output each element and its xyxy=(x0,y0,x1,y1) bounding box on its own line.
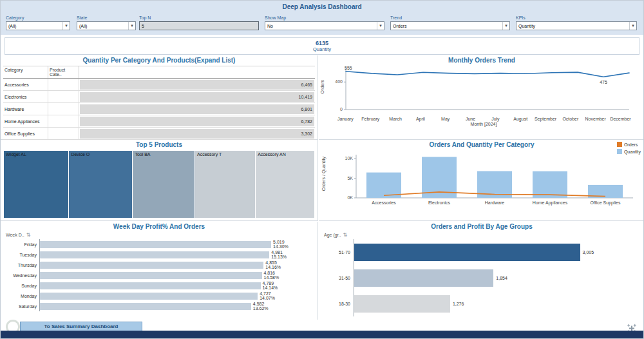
hbar-chart: Friday5,01914.30%Tuesday4,98115.13%Thurs… xyxy=(1,239,317,311)
category-cell[interactable]: Home Appliances xyxy=(3,115,48,127)
orders-bar[interactable] xyxy=(40,293,258,300)
weekday-row: Thursday4,85514.16% xyxy=(6,260,312,270)
orders-bar[interactable] xyxy=(40,262,263,269)
table-row: Office Supplies3,302 xyxy=(3,128,315,140)
column-header-product-category[interactable]: Product Cate.. xyxy=(48,66,79,78)
chevron-down-icon: ▾ xyxy=(502,22,509,30)
orders-value: 4,816 xyxy=(264,271,279,275)
treemap-tile-label: Widget AL xyxy=(6,152,26,157)
quantity-bar[interactable] xyxy=(366,173,401,198)
page-title: Deep Analysis Dashboard xyxy=(1,1,643,10)
filter-category-dropdown[interactable]: (All)▾ xyxy=(6,21,70,30)
filter-top_n: Top N5 xyxy=(139,15,259,30)
orders-value: 1,854 xyxy=(496,276,507,280)
orders-bar[interactable] xyxy=(40,272,262,279)
filter-top_n-input[interactable]: 5 xyxy=(139,21,259,30)
sales-summary-nav-button[interactable]: To Sales Summary Dashboard xyxy=(20,322,142,331)
orders-value: 1,276 xyxy=(453,302,464,306)
product-expand-cell[interactable] xyxy=(48,103,79,115)
filter-label: Trend xyxy=(390,15,510,20)
panel-title: Top 5 Products xyxy=(1,140,317,150)
quantity-value: 10,419 xyxy=(299,95,314,99)
panel-title: Week Day Profit% And Orders xyxy=(1,222,317,232)
orders-value: 4,981 xyxy=(271,250,287,255)
product-expand-cell[interactable] xyxy=(48,115,79,127)
top-bar: Deep Analysis Dashboard Category(All)▾St… xyxy=(1,1,643,35)
product-expand-cell[interactable] xyxy=(48,91,79,102)
filter-kpis-dropdown[interactable]: Quantity▾ xyxy=(516,21,637,30)
weekday-label: Saturday xyxy=(6,304,39,309)
filter-state-dropdown[interactable]: (All)▾ xyxy=(77,21,136,30)
y-axis-label: Orders xyxy=(320,80,325,93)
treemap-tile[interactable]: Accessory AN xyxy=(256,151,314,218)
orders-bar[interactable] xyxy=(40,282,261,289)
field-label: Week D.. xyxy=(6,233,24,237)
hbar-chart: 51-703,00531-501,85418-301,276 xyxy=(319,239,644,316)
treemap-chart: Widget ALDevice OTool BAAccessory TAcces… xyxy=(4,151,314,218)
filter-trend: TrendOrders▾ xyxy=(390,15,510,30)
quantity-bar[interactable]: 6,782 xyxy=(80,117,314,126)
quantity-bar[interactable]: 10,419 xyxy=(80,92,314,102)
panel-orders-profit-age-groups: Orders and Profit By Age Groups Age (gr.… xyxy=(319,222,644,320)
panel-title: Quantity Per Category And Products(Expan… xyxy=(1,55,317,66)
profit-percent: 14.07% xyxy=(260,296,275,300)
orders-value: 5,019 xyxy=(273,240,289,244)
orders-bar[interactable] xyxy=(354,269,493,287)
treemap-tile[interactable]: Accessory T xyxy=(195,151,255,218)
orders-bar[interactable] xyxy=(40,303,251,310)
treemap-tile[interactable]: Widget AL xyxy=(4,151,68,218)
panel-weekday-profit-orders: Week Day Profit% And Orders Week D.. ⇅ F… xyxy=(1,222,318,320)
column-header-category[interactable]: Category xyxy=(3,66,48,78)
filter-label: KPIs xyxy=(516,15,637,20)
treemap-tile[interactable]: Tool BA xyxy=(133,151,194,218)
month-label: August xyxy=(508,117,533,121)
month-label: February xyxy=(358,117,383,121)
category-label: Hardware xyxy=(485,200,504,205)
profit-percent: 15.13% xyxy=(271,255,287,259)
category-cell[interactable]: Hardware xyxy=(3,103,48,115)
treemap-tile-label: Accessory AN xyxy=(258,152,286,157)
treemap-tile[interactable]: Device O xyxy=(69,151,132,218)
y-axis-label: Orders / Quantity xyxy=(321,157,326,191)
orders-bar[interactable] xyxy=(40,241,271,248)
category-label: Accessories xyxy=(372,200,396,205)
sort-icon[interactable]: ⇅ xyxy=(26,232,31,238)
product-expand-cell[interactable] xyxy=(48,128,79,139)
age-row: 31-501,854 xyxy=(324,265,639,291)
quantity-bar[interactable] xyxy=(533,171,567,198)
age-row: 51-703,005 xyxy=(324,239,639,265)
orders-trend-line[interactable] xyxy=(346,72,629,77)
panel-title: Orders And Quantity Per Category xyxy=(319,140,644,150)
chevron-down-icon: ▾ xyxy=(629,22,636,30)
quantity-value: 6,782 xyxy=(301,119,314,124)
legend-item-quantity[interactable]: Quantity xyxy=(617,149,641,154)
filter-label: Top N xyxy=(139,15,259,20)
product-expand-cell[interactable] xyxy=(48,79,79,90)
filter-show_map-dropdown[interactable]: No▾ xyxy=(265,21,384,30)
y-tick-label: 10K xyxy=(345,156,354,160)
x-axis-title: Month [2024] xyxy=(328,122,639,126)
filter-trend-dropdown[interactable]: Orders▾ xyxy=(390,21,510,30)
table-row: Home Appliances6,782 xyxy=(3,115,315,128)
category-cell[interactable]: Electronics xyxy=(3,91,48,102)
panel-top-products: Top 5 Products Widget ALDevice OTool BAA… xyxy=(1,140,318,221)
orders-bar[interactable] xyxy=(40,251,269,258)
line-chart-canvas: 0400555475 xyxy=(328,66,636,116)
quantity-bar[interactable]: 6,801 xyxy=(80,104,314,114)
orders-value: 4,582 xyxy=(253,302,269,306)
category-cell[interactable]: Office Supplies xyxy=(3,128,48,139)
legend-item-orders[interactable]: Orders xyxy=(617,142,641,147)
dashboard-root: Deep Analysis Dashboard Category(All)▾St… xyxy=(0,0,644,339)
profit-percent: 14.14% xyxy=(263,286,278,290)
category-cell[interactable]: Accessories xyxy=(3,79,48,90)
orders-bar[interactable] xyxy=(354,295,450,313)
panel-title: Orders and Profit By Age Groups xyxy=(319,222,644,232)
y-tick-label: 5K xyxy=(347,176,353,180)
orders-bar[interactable] xyxy=(354,244,580,261)
weekday-row: Sunday4,78914.14% xyxy=(6,280,312,291)
sort-icon[interactable]: ⇅ xyxy=(343,232,347,238)
month-label: June xyxy=(458,117,483,121)
quantity-bar[interactable]: 6,465 xyxy=(80,80,314,90)
field-label: Age (gr.. xyxy=(324,233,341,237)
quantity-bar[interactable]: 3,302 xyxy=(80,129,314,139)
